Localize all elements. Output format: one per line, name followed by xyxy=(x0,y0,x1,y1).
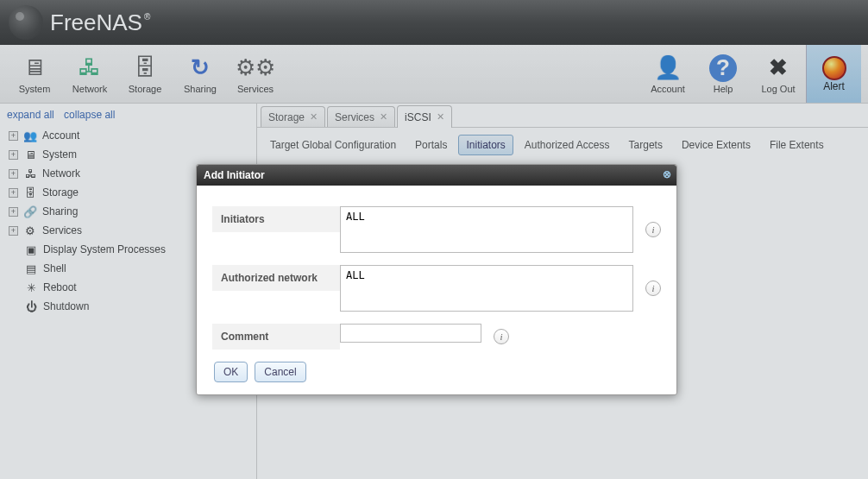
expand-icon[interactable]: + xyxy=(9,131,18,141)
app-header: FreeNAS ® xyxy=(0,0,868,45)
toolbar-logout[interactable]: ✖ Log Out xyxy=(751,49,806,99)
close-icon[interactable]: ✕ xyxy=(310,111,318,123)
field-comment: Comment i xyxy=(212,324,661,350)
tab-label: iSCSI xyxy=(405,111,431,123)
toolbar-label: Account xyxy=(651,84,685,94)
tree-label: Sharing xyxy=(42,205,78,217)
close-icon[interactable]: ✕ xyxy=(437,111,444,123)
toolbar-alert[interactable]: Alert xyxy=(806,45,861,103)
tree-label: Shutdown xyxy=(43,300,89,312)
expand-icon[interactable]: + xyxy=(9,188,18,198)
expand-icon[interactable]: + xyxy=(9,226,18,236)
tree-label: Network xyxy=(42,167,80,180)
dialog-buttons: OK Cancel xyxy=(212,362,661,382)
account-icon: 👤 xyxy=(654,54,682,82)
iscsi-subnav: Target Global Configuration Portals Init… xyxy=(257,128,868,155)
toolbar-network[interactable]: 🖧 Network xyxy=(62,49,117,99)
tab-storage[interactable]: Storage ✕ xyxy=(261,106,325,127)
close-icon[interactable]: ✕ xyxy=(380,111,387,123)
storage-icon: 🗄 xyxy=(23,186,37,199)
toolbar-label: Help xyxy=(714,84,733,94)
help-icon: ? xyxy=(709,54,737,82)
add-initiator-dialog: Add Initiator ⊗ Initiators i Authorized … xyxy=(196,164,677,395)
expand-icon[interactable]: + xyxy=(9,207,18,217)
toolbar-help[interactable]: ? Help xyxy=(695,49,751,99)
field-authorized-network: Authorized network i xyxy=(212,265,661,312)
sharing-icon: ↻ xyxy=(186,54,214,82)
account-icon: 👥 xyxy=(23,129,37,142)
authorized-network-input[interactable] xyxy=(340,265,633,312)
logout-icon: ✖ xyxy=(764,54,792,82)
toolbar-account[interactable]: 👤 Account xyxy=(640,49,695,99)
cancel-button[interactable]: Cancel xyxy=(255,362,305,382)
tree-label: Account xyxy=(42,129,79,142)
subtab-target-global[interactable]: Target Global Configuration xyxy=(262,135,404,155)
collapse-all-link[interactable]: collapse all xyxy=(64,109,115,121)
toolbar-label: Log Out xyxy=(761,84,795,94)
info-icon[interactable]: i xyxy=(494,329,509,344)
field-initiators: Initiators i xyxy=(212,206,661,253)
ok-button[interactable]: OK xyxy=(214,362,248,382)
tab-label: Services xyxy=(335,111,374,123)
dialog-body: Initiators i Authorized network i Commen… xyxy=(197,186,676,394)
brand-name: FreeNAS ® xyxy=(50,9,150,36)
expand-icon[interactable]: + xyxy=(9,150,18,160)
comment-label: Comment xyxy=(212,324,340,350)
tree-label: Display System Processes xyxy=(43,243,166,255)
toolbar-label: Alert xyxy=(823,80,845,92)
authorized-network-label: Authorized network xyxy=(212,265,340,291)
initiators-label: Initiators xyxy=(212,206,340,232)
services-icon: ⚙ xyxy=(23,224,37,237)
tree-label: Shell xyxy=(43,262,66,274)
tab-label: Storage xyxy=(268,111,305,123)
subtab-portals[interactable]: Portals xyxy=(407,135,455,155)
tree-controls: expand all collapse all xyxy=(7,109,249,121)
system-icon: 🖥 xyxy=(21,54,48,82)
storage-icon: 🗄 xyxy=(131,54,159,82)
brand-trademark: ® xyxy=(144,12,150,22)
tree-label: Storage xyxy=(42,186,79,199)
shell-icon: ▤ xyxy=(24,262,38,275)
toolbar-label: Storage xyxy=(129,84,162,94)
close-icon[interactable]: ⊗ xyxy=(663,168,671,180)
tree-label: System xyxy=(42,148,77,161)
tree-item-system[interactable]: + 🖥 System xyxy=(7,145,249,164)
dialog-title: Add Initiator xyxy=(204,169,265,181)
toolbar-label: Sharing xyxy=(184,84,217,94)
network-icon: 🖧 xyxy=(23,167,37,180)
subtab-device-extents[interactable]: Device Extents xyxy=(674,135,758,155)
system-icon: 🖥 xyxy=(23,148,37,161)
initiators-input[interactable] xyxy=(340,206,633,253)
toolbar-services[interactable]: ⚙⚙ Services xyxy=(228,49,283,99)
toolbar-sharing[interactable]: ↻ Sharing xyxy=(173,49,228,99)
subtab-file-extents[interactable]: File Extents xyxy=(762,135,832,155)
tree-item-account[interactable]: + 👥 Account xyxy=(7,126,249,145)
main-toolbar: 🖥 System 🖧 Network 🗄 Storage ↻ Sharing ⚙… xyxy=(0,45,868,104)
tab-services[interactable]: Services ✕ xyxy=(327,106,395,127)
expand-all-link[interactable]: expand all xyxy=(7,109,54,121)
toolbar-storage[interactable]: 🗄 Storage xyxy=(117,49,173,99)
info-icon[interactable]: i xyxy=(645,280,661,296)
subtab-targets[interactable]: Targets xyxy=(621,135,670,155)
subtab-initiators[interactable]: Initiators xyxy=(458,135,513,155)
brand-text: FreeNAS xyxy=(50,9,142,36)
expand-icon[interactable]: + xyxy=(9,169,18,179)
toolbar-label: Services xyxy=(237,84,274,94)
info-icon[interactable]: i xyxy=(645,222,661,237)
comment-input[interactable] xyxy=(340,324,481,343)
toolbar-label: System xyxy=(19,84,51,94)
content-tabs: Storage ✕ Services ✕ iSCSI ✕ xyxy=(257,104,868,128)
logo-icon xyxy=(9,5,43,40)
processes-icon: ▣ xyxy=(24,243,38,256)
sharing-icon: 🔗 xyxy=(23,205,37,218)
reboot-icon: ✳ xyxy=(24,280,38,294)
toolbar-system[interactable]: 🖥 System xyxy=(7,49,62,99)
services-icon: ⚙⚙ xyxy=(242,54,269,82)
tree-label: Reboot xyxy=(43,281,77,293)
dialog-titlebar[interactable]: Add Initiator ⊗ xyxy=(197,165,676,186)
alert-icon xyxy=(822,56,846,80)
tree-label: Services xyxy=(42,224,82,236)
subtab-authorized-access[interactable]: Authorized Access xyxy=(517,135,618,155)
network-icon: 🖧 xyxy=(76,54,104,82)
tab-iscsi[interactable]: iSCSI ✕ xyxy=(397,105,452,128)
